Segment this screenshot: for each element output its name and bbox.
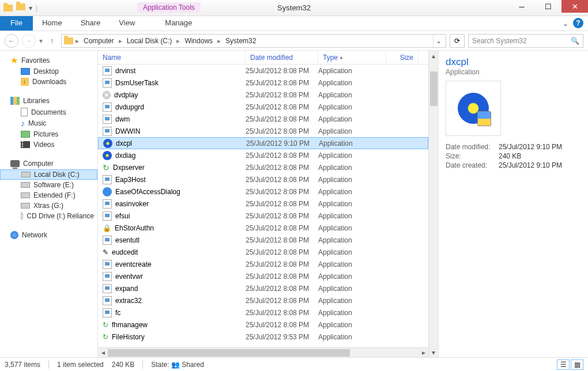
network-group[interactable]: Network: [0, 229, 97, 241]
table-row[interactable]: DWWIN25/Jul/2012 8:08 PMApplication: [98, 125, 428, 137]
nav-item-documents[interactable]: Documents: [0, 107, 97, 118]
table-row[interactable]: ✎eudcedit25/Jul/2012 8:08 PMApplication: [98, 246, 428, 258]
table-row[interactable]: eventcreate25/Jul/2012 8:08 PMApplicatio…: [98, 258, 428, 270]
nav-item-desktop[interactable]: Desktop: [0, 66, 97, 77]
table-row[interactable]: esentutl25/Jul/2012 8:08 PMApplication: [98, 234, 428, 246]
breadcrumb[interactable]: System32: [223, 37, 258, 45]
refresh-button[interactable]: ⟳: [450, 34, 465, 48]
tab-manage[interactable]: Manage: [156, 16, 201, 31]
libraries-icon: [10, 97, 20, 105]
table-row[interactable]: dxcpl25/Jul/2012 9:10 PMApplication: [98, 137, 428, 149]
favorites-group[interactable]: ★Favorites: [0, 54, 97, 66]
application-icon: [103, 115, 112, 124]
recent-locations-dropdown[interactable]: ▾: [39, 37, 43, 45]
view-thumbnails-button[interactable]: ▦: [571, 359, 583, 370]
status-selection-count: 1 item selected: [57, 361, 104, 369]
breadcrumb[interactable]: Computer: [81, 37, 116, 45]
scroll-track[interactable]: [108, 348, 419, 357]
nav-item-software-e[interactable]: Software (E:): [0, 180, 97, 190]
help-icon[interactable]: ?: [573, 18, 583, 28]
scroll-left-icon[interactable]: ◂: [98, 349, 108, 357]
address-dropdown-icon[interactable]: ⌄: [433, 35, 443, 47]
scroll-down-icon[interactable]: ▾: [429, 347, 438, 357]
table-row[interactable]: efsui25/Jul/2012 8:08 PMApplication: [98, 210, 428, 222]
tab-view[interactable]: View: [110, 16, 144, 31]
music-icon: ♪: [21, 119, 25, 128]
column-name[interactable]: Name: [98, 51, 246, 64]
table-row[interactable]: dwm25/Jul/2012 8:08 PMApplication: [98, 113, 428, 125]
preview-thumbnail: [446, 81, 501, 136]
file-rows[interactable]: drvinst25/Jul/2012 8:08 PMApplicationDsm…: [98, 65, 428, 347]
table-row[interactable]: extrac3225/Jul/2012 8:08 PMApplication: [98, 294, 428, 306]
forward-button[interactable]: →: [22, 34, 36, 48]
nav-item-local-disk-c[interactable]: Local Disk (C:): [0, 169, 97, 180]
table-row[interactable]: ↻Dxpserver25/Jul/2012 8:08 PMApplication: [98, 161, 428, 173]
scroll-right-icon[interactable]: ▸: [419, 349, 428, 357]
nav-item-extended-f[interactable]: Extended (F:): [0, 190, 97, 200]
nav-item-xtras-g[interactable]: Xtras (G:): [0, 200, 97, 211]
nav-item-music[interactable]: ♪Music: [0, 118, 97, 129]
ribbon-collapse-icon[interactable]: ⌄: [563, 20, 568, 28]
refresh-icon: ↻: [103, 163, 110, 172]
vertical-scrollbar[interactable]: ▴ ▾: [428, 51, 438, 357]
chevron-right-icon[interactable]: ▸: [175, 37, 181, 45]
table-row[interactable]: Eap3Host25/Jul/2012 8:08 PMApplication: [98, 173, 428, 186]
table-row[interactable]: dvdplay25/Jul/2012 8:08 PMApplication: [98, 89, 428, 101]
chevron-right-icon[interactable]: ▸: [118, 37, 123, 45]
file-type: Application: [318, 333, 386, 341]
table-row[interactable]: expand25/Jul/2012 8:08 PMApplication: [98, 282, 428, 294]
address-bar[interactable]: ▸ Computer ▸ Local Disk (C:) ▸ Windows ▸…: [61, 34, 446, 48]
column-type[interactable]: Type▴: [318, 51, 386, 64]
table-row[interactable]: easinvoker25/Jul/2012 8:08 PMApplication: [98, 198, 428, 210]
chevron-right-icon[interactable]: ▸: [74, 37, 80, 45]
table-row[interactable]: eventvwr25/Jul/2012 8:08 PMApplication: [98, 270, 428, 282]
search-input[interactable]: Search System32 🔍: [468, 34, 583, 48]
file-menu[interactable]: File: [0, 16, 33, 31]
scroll-up-icon[interactable]: ▴: [429, 51, 438, 60]
qat-new-folder-icon[interactable]: [16, 3, 25, 13]
libraries-group[interactable]: Libraries: [0, 95, 97, 107]
table-row[interactable]: DsmUserTask25/Jul/2012 8:08 PMApplicatio…: [98, 77, 428, 89]
table-row[interactable]: dxdiag25/Jul/2012 8:08 PMApplication: [98, 149, 428, 161]
file-type: Application: [318, 236, 386, 244]
file-name: EhStorAuthn: [115, 224, 154, 232]
table-row[interactable]: fc25/Jul/2012 8:08 PMApplication: [98, 306, 428, 319]
search-placeholder: Search System32: [472, 37, 527, 45]
file-date: 25/Jul/2012 8:08 PM: [246, 212, 318, 220]
tab-share[interactable]: Share: [71, 16, 110, 31]
chevron-right-icon[interactable]: ▸: [216, 37, 222, 45]
breadcrumb[interactable]: Local Disk (C:): [125, 37, 175, 45]
table-row[interactable]: ↻FileHistory25/Jul/2012 9:53 PMApplicati…: [98, 331, 428, 343]
close-button[interactable]: ✕: [561, 0, 588, 13]
main-content: ★Favorites Desktop Downloads Libraries D…: [0, 51, 588, 357]
maximize-button[interactable]: ☐: [535, 0, 561, 13]
minimize-button[interactable]: ─: [508, 0, 535, 13]
column-size[interactable]: Size: [386, 51, 419, 64]
scroll-thumb[interactable]: [430, 71, 438, 106]
file-name: DsmUserTask: [115, 79, 159, 87]
nav-item-downloads[interactable]: Downloads: [0, 77, 97, 87]
table-row[interactable]: drvinst25/Jul/2012 8:08 PMApplication: [98, 65, 428, 77]
nav-item-cd-drive-i[interactable]: CD Drive (I:) Reliance: [0, 211, 97, 221]
nav-item-videos[interactable]: Videos: [0, 139, 97, 150]
column-date[interactable]: Date modified: [246, 51, 318, 64]
back-button[interactable]: ←: [5, 34, 18, 48]
up-button[interactable]: ↑: [46, 37, 58, 45]
file-date: 25/Jul/2012 8:08 PM: [246, 164, 318, 172]
table-row[interactable]: 🔒EhStorAuthn25/Jul/2012 8:08 PMApplicati…: [98, 222, 428, 234]
table-row[interactable]: dvdupgrd25/Jul/2012 8:08 PMApplication: [98, 101, 428, 113]
separator: [48, 361, 49, 369]
contextual-tab-label[interactable]: Application Tools: [137, 2, 201, 13]
horizontal-scrollbar[interactable]: ◂ ▸: [98, 347, 428, 357]
scroll-thumb[interactable]: [108, 349, 350, 357]
nav-item-pictures[interactable]: Pictures: [0, 129, 97, 139]
breadcrumb[interactable]: Windows: [182, 37, 215, 45]
table-row[interactable]: ↻fhmanagew25/Jul/2012 8:08 PMApplication: [98, 319, 428, 331]
nav-item-label: Desktop: [33, 67, 59, 75]
view-details-button[interactable]: ☰: [557, 359, 570, 370]
file-date: 25/Jul/2012 8:08 PM: [246, 272, 318, 281]
tab-home[interactable]: Home: [33, 16, 71, 31]
qat-dropdown-icon[interactable]: ▾: [29, 4, 32, 12]
computer-group[interactable]: Computer: [0, 158, 97, 169]
table-row[interactable]: EaseOfAccessDialog25/Jul/2012 8:08 PMApp…: [98, 186, 428, 198]
